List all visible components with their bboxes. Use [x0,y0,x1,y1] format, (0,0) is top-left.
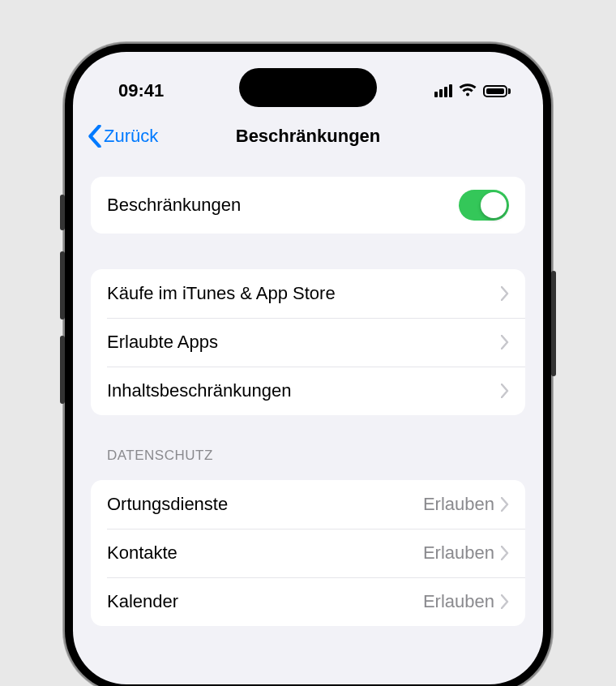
phone-frame: 09:41 Zurück Beschrä [65,44,551,686]
chevron-right-icon [501,335,509,349]
calendar-row[interactable]: Kalender Erlauben [91,577,525,626]
chevron-right-icon [501,546,509,560]
status-right [434,84,511,98]
cellular-signal-icon [434,84,452,97]
chevron-right-icon [501,594,509,609]
row-label: Kalender [107,591,423,612]
wifi-icon [459,84,477,98]
side-button [60,336,65,404]
row-label: Inhaltsbeschränkungen [107,380,501,401]
toggle-switch[interactable] [459,190,509,221]
chevron-right-icon [501,384,509,398]
chevron-left-icon [88,125,102,148]
back-label: Zurück [104,126,158,147]
battery-icon [483,85,511,97]
restrictions-toggle-row[interactable]: Beschränkungen [91,177,525,234]
side-button [60,251,65,319]
page-title: Beschränkungen [236,126,381,147]
content-area: Beschränkungen Käufe im iTunes & App Sto… [73,177,543,626]
location-services-row[interactable]: Ortungsdienste Erlauben [91,480,525,529]
chevron-right-icon [501,497,509,512]
back-button[interactable]: Zurück [88,125,158,148]
side-button [551,271,556,376]
chevron-right-icon [501,286,509,301]
nav-bar: Zurück Beschränkungen [73,115,543,157]
row-label: Ortungsdienste [107,494,423,515]
dynamic-island [239,68,377,107]
row-value: Erlauben [423,591,494,612]
content-restrictions-row[interactable]: Inhaltsbeschränkungen [91,367,525,415]
row-value: Erlauben [423,494,494,515]
row-label: Käufe im iTunes & App Store [107,283,501,304]
side-button [60,195,65,230]
contacts-row[interactable]: Kontakte Erlauben [91,529,525,577]
toggle-knob [481,192,507,218]
itunes-purchases-row[interactable]: Käufe im iTunes & App Store [91,269,525,318]
toggle-group: Beschränkungen [91,177,525,234]
row-label: Kontakte [107,542,423,564]
row-value: Erlauben [423,542,494,564]
row-label: Beschränkungen [107,195,459,216]
allowed-apps-row[interactable]: Erlaubte Apps [91,318,525,367]
status-time: 09:41 [118,80,164,101]
phone-screen: 09:41 Zurück Beschrä [73,52,543,684]
settings-group-1: Käufe im iTunes & App Store Erlaubte App… [91,269,525,415]
privacy-section-header: DATENSCHUTZ [91,415,525,472]
privacy-group: Ortungsdienste Erlauben Kontakte Erlaube… [91,480,525,626]
row-label: Erlaubte Apps [107,332,501,353]
